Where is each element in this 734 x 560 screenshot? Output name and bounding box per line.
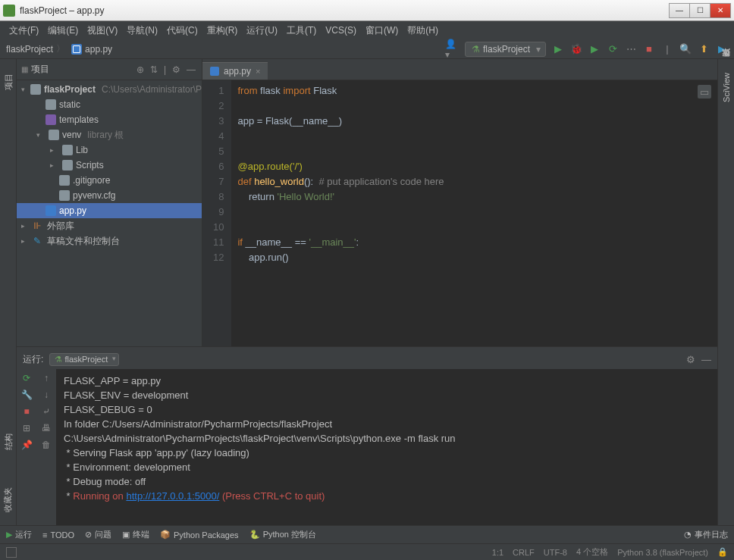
tree-lib[interactable]: ▸Lib (17, 142, 202, 158)
coverage-button[interactable]: ▶ (588, 43, 601, 55)
tree-scripts[interactable]: ▸Scripts (17, 158, 202, 173)
menu-navigate[interactable]: 导航(N) (124, 23, 161, 39)
run-tool-tab[interactable]: ▶运行 (6, 529, 32, 540)
tree-external-libs[interactable]: ▸⊪外部库 (17, 218, 202, 233)
window-titlebar: flaskProject – app.py — ☐ ✕ (0, 0, 734, 21)
clear-button[interactable]: 🗑 (40, 439, 52, 451)
tree-root-path: C:\Users\Administrator\P (102, 84, 202, 95)
print-button[interactable]: 🖶 (40, 422, 52, 434)
code-editor[interactable]: 123456789101112 from flask import Flask … (202, 80, 717, 346)
interpreter[interactable]: Python 3.8 (flaskProject) (617, 548, 708, 557)
run-config-label: flaskProject (483, 44, 530, 55)
server-url-link[interactable]: http://127.0.0.1:5000/ (126, 490, 219, 502)
editor-tab-app[interactable]: app.py × (202, 62, 268, 80)
stop-button[interactable]: ■ (643, 43, 655, 55)
soft-wrap-button[interactable]: ⤶ (40, 405, 52, 418)
tree-scratches[interactable]: ▸✎草稿文件和控制台 (17, 233, 202, 249)
menu-window[interactable]: 窗口(W) (362, 23, 401, 39)
run-hide-icon[interactable]: — (701, 354, 711, 365)
menu-edit[interactable]: 编辑(E) (45, 23, 81, 39)
terminal-tool-tab[interactable]: ▣终端 (122, 529, 149, 540)
menu-tools[interactable]: 工具(T) (284, 23, 319, 39)
layout-button[interactable]: ⊞ (20, 422, 33, 434)
menu-help[interactable]: 帮助(H) (404, 23, 441, 39)
bottom-tool-bar: ▶运行 ≡TODO ⊘问题 ▣终端 📦Python Packages 🐍Pyth… (0, 525, 734, 543)
search-icon[interactable]: 🔍 (679, 43, 692, 55)
debug-button[interactable]: 🐞 (570, 43, 582, 55)
bookmarks-tool-tab[interactable]: 收藏夹 (0, 486, 18, 514)
sciview-tool-tab[interactable]: SciView (720, 68, 732, 107)
line-gutter: 123456789101112 (202, 80, 231, 346)
project-pane-header: ▦ 项目 ⊕ ⇅ | ⚙ — (17, 59, 202, 80)
ide-update-icon[interactable]: ⬆ (698, 43, 710, 55)
stop-run-button[interactable]: ■ (20, 405, 33, 418)
tree-root-name: flaskProject (44, 84, 96, 95)
up-button[interactable]: ↑ (40, 372, 52, 384)
down-button[interactable]: ↓ (40, 389, 52, 401)
close-button[interactable]: ✕ (710, 3, 731, 18)
profile-button[interactable]: ⟳ (607, 43, 619, 55)
user-icon[interactable]: 👤▾ (445, 42, 459, 56)
breadcrumb-file[interactable]: app.py (85, 44, 112, 55)
project-tree[interactable]: ▾ flaskProject C:\Users\Administrator\P … (17, 80, 202, 346)
indent-setting[interactable]: 4 个空格 (576, 546, 608, 558)
menu-vcs[interactable]: VCS(S) (322, 23, 359, 37)
run-button[interactable]: ▶ (552, 43, 564, 55)
database-tool-tab[interactable]: 数据库 (719, 59, 733, 68)
pin-button[interactable]: 📌 (20, 439, 33, 451)
run-tool-window: 运行: ⚗ flaskProject ⚙ — ⟳ 🔧 ■ ⊞ 📌 (17, 347, 717, 525)
navigation-bar: flaskProject 〉 app.py 👤▾ ⚗flaskProject ▶… (0, 39, 734, 59)
run-label: 运行: (23, 353, 43, 366)
tree-templates[interactable]: templates (17, 112, 202, 127)
expand-all-icon[interactable]: ⇅ (149, 64, 159, 75)
tree-pyvenv[interactable]: pyvenv.cfg (17, 188, 202, 203)
close-tab-icon[interactable]: × (256, 67, 260, 76)
lock-icon[interactable]: 🔒 (717, 547, 728, 557)
edit-config-button[interactable]: 🔧 (20, 389, 33, 401)
event-log-tab[interactable]: ◔事件日志 (684, 529, 728, 540)
menu-file[interactable]: 文件(F) (6, 23, 42, 39)
status-icon[interactable] (6, 547, 17, 558)
menu-refactor[interactable]: 重构(R) (204, 23, 241, 39)
run-config-name: flaskProject (64, 355, 108, 364)
code-content[interactable]: from flask import Flask app = Flask(__na… (231, 80, 717, 346)
main-area: 项目 结构 收藏夹 ▦ 项目 ⊕ ⇅ | ⚙ — ▾ (0, 59, 734, 525)
settings-icon[interactable]: ⚙ (171, 64, 182, 75)
packages-tool-tab[interactable]: 📦Python Packages (160, 530, 239, 540)
project-tool-tab[interactable]: 项目 (0, 72, 18, 92)
breadcrumb-project[interactable]: flaskProject (6, 44, 53, 55)
run-toolbar: ⟳ 🔧 ■ ⊞ 📌 ↑ ↓ ⤶ 🖶 🗑 (17, 369, 56, 525)
attach-button[interactable]: ⋯ (625, 43, 637, 55)
window-title: flaskProject – app.py (20, 5, 670, 16)
file-encoding[interactable]: UTF-8 (544, 548, 567, 557)
tree-root[interactable]: ▾ flaskProject C:\Users\Administrator\P (17, 82, 202, 97)
run-settings-icon[interactable]: ⚙ (686, 354, 695, 365)
reader-mode-icon[interactable]: ▭ (698, 85, 711, 99)
problems-tool-tab[interactable]: ⊘问题 (85, 529, 111, 540)
learn-icon[interactable]: ▶ (716, 43, 728, 55)
maximize-button[interactable]: ☐ (689, 3, 710, 18)
project-pane-title: 项目 (31, 63, 132, 76)
rerun-button[interactable]: ⟳ (20, 372, 33, 384)
minimize-button[interactable]: — (669, 3, 690, 18)
structure-tool-tab[interactable]: 结构 (0, 432, 18, 452)
menu-view[interactable]: 视图(V) (84, 23, 121, 39)
tree-app-py[interactable]: app.py (17, 203, 202, 218)
run-config-dropdown[interactable]: ⚗flaskProject (465, 42, 546, 57)
tree-static[interactable]: static (17, 97, 202, 112)
run-config-select[interactable]: ⚗ flaskProject (49, 353, 119, 366)
tree-gitignore[interactable]: .gitignore (17, 173, 202, 188)
menu-code[interactable]: 代码(C) (164, 23, 201, 39)
tree-venv[interactable]: ▾ venv library 根 (17, 127, 202, 142)
line-separator[interactable]: CRLF (513, 548, 535, 557)
divider: | (162, 64, 168, 75)
select-opened-file-icon[interactable]: ⊕ (135, 64, 146, 75)
console-tool-tab[interactable]: 🐍Python 控制台 (249, 529, 316, 540)
flask-icon: ⚗ (55, 355, 62, 364)
run-output[interactable]: FLASK_APP = app.py FLASK_ENV = developme… (56, 369, 717, 525)
caret-position[interactable]: 1:1 (492, 548, 503, 557)
todo-tool-tab[interactable]: ≡TODO (42, 530, 74, 540)
hide-icon[interactable]: — (185, 64, 197, 75)
collapse-icon[interactable]: ▦ (21, 65, 28, 74)
menu-run[interactable]: 运行(U) (243, 23, 281, 39)
